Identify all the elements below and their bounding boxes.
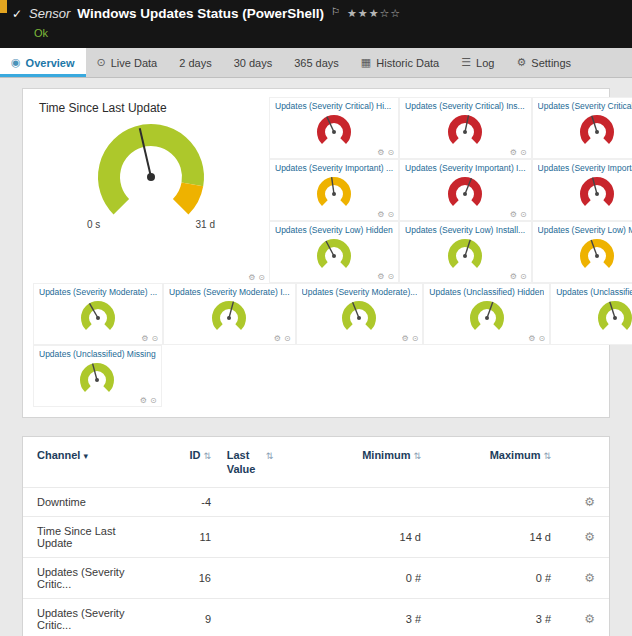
channel-gauge	[569, 174, 625, 210]
column-label: Channel	[37, 449, 80, 461]
tab-30-days[interactable]: 30 days	[223, 48, 284, 77]
channel-id: 11	[149, 531, 211, 543]
channel-gauge-tile: Updates (Severity Moderate) ...⚙⊙	[33, 283, 163, 345]
gear-icon[interactable]: ⚙	[510, 149, 517, 157]
flag-icon[interactable]: ⚐	[331, 6, 340, 17]
gauge-action-icons: ⚙⊙	[401, 335, 418, 343]
channel-settings-gear-icon[interactable]: ⚙	[551, 613, 595, 625]
notify-icon[interactable]: ⊙	[387, 211, 394, 219]
notify-icon[interactable]: ⊙	[412, 335, 419, 343]
notify-icon[interactable]: ⊙	[387, 149, 394, 157]
gear-icon[interactable]: ⚙	[401, 335, 408, 343]
channel-id: -4	[149, 496, 211, 508]
gauge-action-icons: ⚙⊙	[510, 149, 527, 157]
big-gauge	[37, 119, 265, 231]
maximum-value: 14 d	[421, 531, 551, 543]
chart-icon: ▦	[361, 56, 371, 69]
notify-icon[interactable]: ⊙	[150, 397, 157, 405]
gear-icon[interactable]: ⚙	[140, 397, 147, 405]
tab-log[interactable]: ☰Log	[450, 48, 505, 77]
column-header-id[interactable]: ID⇅	[149, 449, 211, 461]
gear-icon: ⚙	[516, 56, 526, 69]
channel-gauge-label[interactable]: Updates (Severity Low) Missi...	[538, 225, 632, 235]
gear-icon[interactable]: ⚙	[510, 211, 517, 219]
column-header-maximum[interactable]: Maximum⇅	[421, 449, 551, 461]
table-row[interactable]: Updates (Severity Critic...160 #0 #⚙	[23, 557, 609, 598]
notify-icon[interactable]: ⊙	[520, 149, 527, 157]
channel-gauge-label[interactable]: Updates (Severity Important) ...	[275, 163, 393, 173]
channel-gauge-label[interactable]: Updates (Severity Moderate) ...	[39, 287, 157, 297]
table-row[interactable]: Time Since Last Update1114 d14 d⚙	[23, 516, 609, 557]
channel-gauge-label[interactable]: Updates (Unclassified) Hidden	[429, 287, 544, 297]
sort-icon: ⇅	[543, 451, 551, 461]
channel-id: 9	[149, 613, 211, 625]
notify-icon[interactable]: ⊙	[387, 273, 394, 281]
tab-historic-data[interactable]: ▦Historic Data	[350, 48, 450, 77]
table-row[interactable]: Downtime-4⚙	[23, 487, 609, 516]
channel-gauge-label[interactable]: Updates (Severity Moderate)...	[302, 287, 418, 297]
gauge-icon: ◉	[11, 56, 21, 69]
channel-gauge-label[interactable]: Updates (Severity Moderate) I...	[169, 287, 289, 297]
channel-gauge-label[interactable]: Updates (Severity Low) Hidden	[275, 225, 393, 235]
gauge-action-icons: ⚙⊙	[377, 211, 394, 219]
channel-gauge-label[interactable]: Updates (Severity Important) ...	[538, 163, 632, 173]
channel-gauge-label[interactable]: Updates (Severity Low) Install...	[405, 225, 525, 235]
gear-icon[interactable]: ⚙	[377, 273, 384, 281]
time-since-last-update-gauge	[71, 119, 231, 231]
gear-icon[interactable]: ⚙	[274, 335, 281, 343]
channel-gauge-tile: Updates (Severity Important) ...⚙⊙	[532, 159, 632, 221]
channel-settings-gear-icon[interactable]: ⚙	[551, 496, 595, 508]
small-gauges-grid: Updates (Severity Critical) Hi...⚙⊙Updat…	[269, 97, 632, 283]
status-check-icon: ✓	[12, 7, 22, 21]
column-header-last-value[interactable]: Last Value⇅	[211, 449, 289, 477]
channel-gauge-label[interactable]: Updates (Severity Important) I...	[405, 163, 525, 173]
notify-icon[interactable]: ⊙	[520, 273, 527, 281]
tab-live-data[interactable]: ⊙Live Data	[86, 48, 169, 77]
channel-gauge	[437, 236, 493, 272]
gauge-action-icons: ⚙⊙	[510, 211, 527, 219]
priority-stars[interactable]: ★★★☆☆	[347, 7, 401, 20]
tab-overview[interactable]: ◉Overview	[0, 48, 86, 77]
tab-settings[interactable]: ⚙Settings	[505, 48, 582, 77]
tab-365-days[interactable]: 365 days	[283, 48, 350, 77]
gear-icon[interactable]: ⚙	[141, 335, 148, 343]
gear-icon[interactable]: ⚙	[510, 273, 517, 281]
channel-gauge-label[interactable]: Updates (Severity Critical) Mi...	[538, 101, 632, 111]
column-header-minimum[interactable]: Minimum⇅	[289, 449, 421, 461]
table-header-row: Channel▾ ID⇅ Last Value⇅ Minimum⇅ Maximu…	[23, 437, 609, 487]
gauge-action-icons: ⚙⊙	[274, 335, 291, 343]
channel-gauge	[306, 174, 362, 210]
gauge-action-icons: ⚙⊙	[510, 273, 527, 281]
notify-icon[interactable]: ⊙	[151, 335, 158, 343]
gauge-action-icons: ⚙⊙	[140, 397, 157, 405]
table-row[interactable]: Updates (Severity Critic...93 #3 #⚙	[23, 598, 609, 636]
channel-gauge-label[interactable]: Updates (Unclassified) Install...	[556, 287, 632, 297]
channel-gauge	[306, 236, 362, 272]
channel-gauge-tile: Updates (Severity Moderate) I...⚙⊙	[163, 283, 295, 345]
channel-gauge	[437, 174, 493, 210]
notify-icon[interactable]: ⊙	[258, 274, 265, 282]
gear-icon[interactable]: ⚙	[528, 335, 535, 343]
sort-desc-icon: ▾	[83, 451, 88, 461]
column-header-channel[interactable]: Channel▾	[37, 449, 149, 461]
gear-icon[interactable]: ⚙	[377, 149, 384, 157]
object-kind-label: Sensor	[29, 6, 70, 21]
tab-2-days[interactable]: 2 days	[168, 48, 222, 77]
channel-gauge-label[interactable]: Updates (Unclassified) Missing	[39, 349, 156, 359]
tab-label: 2 days	[179, 57, 211, 69]
channel-settings-gear-icon[interactable]: ⚙	[551, 531, 595, 543]
gear-icon[interactable]: ⚙	[248, 274, 255, 282]
notify-icon[interactable]: ⊙	[284, 335, 291, 343]
channel-gauge-label[interactable]: Updates (Severity Critical) Hi...	[275, 101, 393, 111]
content-area: Time Since Last Update 0 s 31 d ⚙ ⊙ Upda…	[0, 78, 632, 636]
channel-settings-gear-icon[interactable]: ⚙	[551, 572, 595, 584]
notify-icon[interactable]: ⊙	[538, 335, 545, 343]
channel-gauge-tile: Updates (Severity Critical) Hi...⚙⊙	[269, 97, 399, 159]
channel-gauge	[437, 112, 493, 148]
sort-icon: ⇅	[266, 451, 274, 461]
channel-gauge-label[interactable]: Updates (Severity Critical) Ins...	[405, 101, 525, 111]
gear-icon[interactable]: ⚙	[377, 211, 384, 219]
log-icon: ☰	[461, 56, 471, 69]
sensor-header: ✓ Sensor Windows Updates Status (PowerSh…	[0, 0, 632, 48]
notify-icon[interactable]: ⊙	[520, 211, 527, 219]
